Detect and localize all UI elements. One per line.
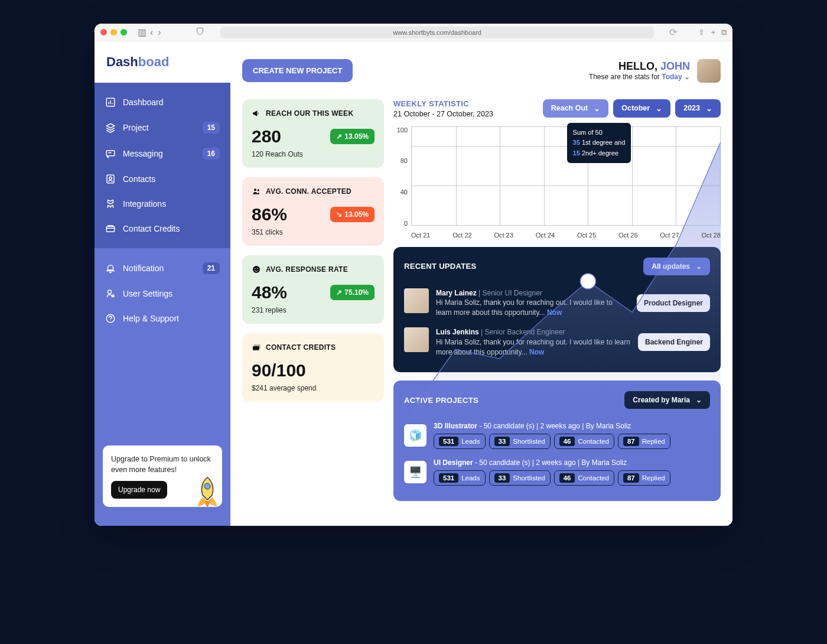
contact-icon	[105, 174, 116, 184]
layers-icon	[105, 122, 116, 133]
stat-sub: 231 replies	[252, 306, 375, 314]
chip-shortlisted: 33Shortlisted	[489, 470, 551, 486]
project-icon: 🖥️	[404, 461, 426, 483]
filter-reach-out[interactable]: Reach Out⌄	[543, 99, 609, 118]
svg-point-7	[204, 483, 210, 489]
svg-rect-4	[106, 226, 115, 232]
reload-icon[interactable]: ⟳	[669, 27, 677, 38]
stat-value: 90/100	[252, 360, 375, 380]
range-dropdown[interactable]: Today ⌄	[662, 73, 690, 81]
shield-icon[interactable]: ⛉	[196, 27, 205, 38]
minimize-window-icon[interactable]	[110, 29, 117, 35]
megaphone-icon	[252, 109, 261, 118]
tabs-icon[interactable]: ⧉	[721, 28, 727, 37]
chip-contacted: 46Contacted	[554, 434, 614, 449]
user-name: JOHN	[660, 60, 690, 72]
chip-replied: 87Replied	[618, 470, 670, 486]
svg-point-9	[258, 189, 259, 191]
svg-point-8	[254, 188, 256, 191]
badge: 15	[203, 122, 220, 134]
sidebar-item-help-support[interactable]: Help & Support	[95, 306, 230, 331]
chart-tooltip: Sum of 50 35 1st degree and 15 2nd+ degr…	[567, 123, 631, 164]
chip-shortlisted: 33Shortlisted	[489, 434, 551, 449]
cards-icon	[252, 343, 261, 352]
sidebar-item-messaging[interactable]: Messaging 16	[95, 141, 230, 167]
smile-icon	[252, 265, 261, 274]
sidebar-item-label: Messaging	[123, 149, 163, 158]
filter-month[interactable]: October⌄	[613, 99, 670, 118]
stat-sub: 351 clicks	[252, 228, 375, 236]
svg-point-10	[253, 266, 260, 273]
maximize-window-icon[interactable]	[121, 29, 127, 35]
stat-contact-credits: CONTACT CREDITS 90/100 $241 average spen…	[242, 333, 384, 402]
project-row[interactable]: 🖥️UI Designer - 50 candidate (s) | 2 wee…	[404, 454, 710, 490]
stat-response-rate: AVG. RESPONSE RATE 48%↗75.10% 231 replie…	[242, 255, 384, 324]
project-title: UI Designer - 50 candidate (s) | 2 weeks…	[434, 458, 710, 467]
chevron-down-icon: ⌄	[656, 104, 662, 113]
stat-sub: $241 average spend	[252, 384, 375, 392]
delta-chip: ↘13.05%	[330, 207, 375, 222]
new-tab-icon[interactable]: +	[711, 28, 715, 37]
sidebar-item-label: Project	[123, 123, 149, 132]
sidebar-item-project[interactable]: Project 15	[95, 115, 230, 141]
sidebar-item-label: Help & Support	[123, 314, 179, 323]
delta-chip: ↗13.05%	[330, 129, 375, 144]
forward-icon[interactable]: ›	[158, 27, 161, 38]
back-icon[interactable]: ‹	[150, 27, 153, 38]
chevron-down-icon: ⌄	[706, 104, 712, 113]
stat-sub: 120 Reach Outs	[252, 150, 375, 158]
sidebar-item-label: Dashboard	[123, 97, 164, 107]
chip-leads: 531Leads	[434, 470, 486, 486]
chip-replied: 87Replied	[618, 434, 670, 449]
sidebar-item-dashboard[interactable]: Dashboard	[95, 90, 230, 115]
chart-icon	[105, 97, 116, 108]
sidebar-item-contacts[interactable]: Contacts	[95, 167, 230, 191]
sidebar-toggle-icon[interactable]: ▥	[138, 27, 146, 38]
chart-title: WEEKLY STATISTIC	[393, 99, 493, 108]
app-logo: Dashboad	[95, 41, 230, 83]
weekly-chart[interactable]: 10080400 Oct 21Oct 22Oct 23Oct 24Oct 25O…	[393, 126, 721, 239]
stat-value: 86%	[252, 204, 287, 225]
sidebar-item-user-settings[interactable]: User Settings	[95, 281, 230, 306]
integration-icon	[105, 199, 116, 209]
svg-rect-14	[254, 344, 261, 349]
sidebar-item-contact-credits[interactable]: Contact Credits	[95, 216, 230, 241]
svg-point-5	[108, 290, 112, 294]
greeting: HELLO, JOHN These are the stats for Toda…	[589, 59, 721, 83]
create-new-project-button[interactable]: CREATE NEW PROJECT	[242, 59, 353, 82]
upgrade-text: Upgrade to Premium to unlock even more f…	[111, 454, 214, 475]
hello-label: HELLO,	[618, 60, 660, 72]
user-settings-icon	[105, 288, 116, 299]
upgrade-card: Upgrade to Premium to unlock even more f…	[103, 445, 222, 507]
sidebar-item-label: Notification	[123, 264, 164, 273]
chip-contacted: 46Contacted	[554, 470, 614, 486]
browser-titlebar: ▥ ‹ › ⛉ www.shortbyts.com/dashboard ⟳ ⇧ …	[95, 24, 732, 41]
sidebar-item-notification[interactable]: Notification 21	[95, 255, 230, 281]
wallet-icon	[105, 223, 116, 234]
sidebar-item-integrations[interactable]: Integrations	[95, 191, 230, 216]
upgrade-now-button[interactable]: Upgrade now	[111, 481, 167, 499]
avatar[interactable]	[697, 59, 721, 83]
svg-point-12	[257, 268, 258, 269]
users-icon	[252, 187, 261, 196]
rocket-icon	[190, 474, 222, 507]
delta-chip: ↗75.10%	[330, 285, 375, 300]
stat-value: 280	[252, 126, 281, 147]
message-icon	[105, 148, 116, 159]
bell-icon	[105, 263, 116, 274]
url-bar[interactable]: www.shortbyts.com/dashboard	[220, 27, 655, 38]
sidebar-item-label: Integrations	[123, 199, 166, 209]
filter-year[interactable]: 2023⌄	[675, 99, 721, 118]
chart-range: 21 October - 27 October, 2023	[393, 110, 493, 118]
share-icon[interactable]: ⇧	[698, 28, 705, 37]
close-window-icon[interactable]	[100, 29, 107, 35]
chevron-down-icon: ⌄	[594, 104, 600, 113]
svg-point-15	[580, 274, 595, 289]
stat-value: 48%	[252, 282, 287, 303]
sidebar-item-label: User Settings	[123, 289, 172, 298]
stat-reach: REACH OUR THIS WEEK 280↗13.05% 120 Reach…	[242, 99, 384, 168]
badge: 16	[203, 148, 220, 160]
stat-conn-accepted: AVG. CONN. ACCEPTED 86%↘13.05% 351 click…	[242, 177, 384, 246]
sidebar-item-label: Contact Credits	[123, 224, 180, 233]
svg-point-11	[255, 268, 256, 269]
